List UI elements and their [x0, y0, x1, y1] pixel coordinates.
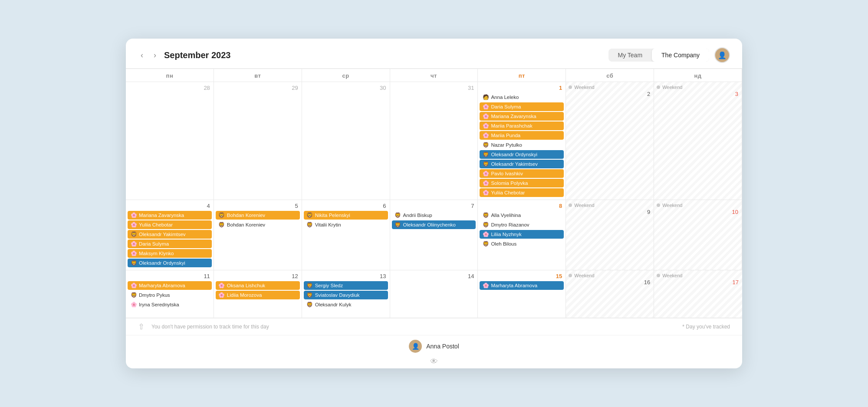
day-cell[interactable]: 31	[390, 82, 478, 200]
day-number: 14	[390, 272, 478, 280]
event-chip[interactable]: 🌸Marharyta Abramova	[128, 281, 212, 290]
day-cell[interactable]: Weekend17	[654, 270, 742, 318]
event-chip[interactable]: 🦁Sviatoslav Davydiuk	[304, 291, 388, 299]
event-avatar-emoji: 🌸	[482, 103, 489, 110]
event-avatar-emoji: 🌸	[218, 282, 225, 289]
event-chip[interactable]: 🌸Daria Sulyma	[128, 240, 212, 248]
event-chip[interactable]: 🌸Oksana Lishchuk	[216, 281, 300, 290]
event-avatar-emoji: 🦁	[482, 212, 489, 219]
day-cell[interactable]: Weekend2	[566, 82, 654, 200]
day-cell[interactable]: 7🦁Andrii Biskup🦁Oleksandr Oliinychenko	[390, 200, 478, 270]
event-chip[interactable]: 🦁Bohdan Koreniev	[216, 211, 300, 220]
col-header-чт: чт	[390, 69, 478, 82]
event-chip[interactable]: 🌸Lidiia Morozova	[216, 291, 300, 299]
event-chip[interactable]: 🦁Bohdan Koreniev	[216, 220, 300, 229]
day-cell[interactable]: 28	[126, 82, 214, 200]
event-chip[interactable]: 🦁Oleksandr Yakimtsev	[128, 230, 212, 239]
event-avatar-emoji: 🌸	[130, 282, 137, 289]
events-list: 🌸Marharyta Abramova🦁Dmytro Pykus🌸Iryna S…	[126, 280, 214, 310]
day-cell[interactable]: Weekend16	[566, 270, 654, 318]
day-number: 3	[654, 90, 742, 98]
event-chip[interactable]: 🦁Oleksandr Kulyk	[304, 300, 388, 309]
events-list: 🌸Oksana Lishchuk🌸Lidiia Morozova	[214, 280, 302, 300]
day-cell[interactable]: 6🦁Nikita Pelenskyi🦁Vitalii Krytin	[302, 200, 390, 270]
event-avatar-emoji: 🌸	[130, 250, 137, 257]
events-list: 🦁Nikita Pelenskyi🦁Vitalii Krytin	[302, 210, 390, 230]
eye-icon: 👁	[430, 357, 438, 366]
event-chip[interactable]: 🌸Yuliia Chebotar	[128, 220, 212, 229]
event-avatar-emoji: 🦁	[218, 212, 225, 219]
day-cell[interactable]: 30	[302, 82, 390, 200]
the-company-button[interactable]: The Company	[652, 49, 709, 62]
event-label: Bohdan Koreniev	[227, 213, 265, 218]
next-month-button[interactable]: ›	[151, 50, 159, 61]
event-label: Oksana Lishchuk	[227, 283, 265, 288]
event-label: Oleksandr Yakimtsev	[139, 232, 186, 237]
event-label: Oleh Bilous	[491, 241, 516, 246]
day-cell[interactable]: Weekend3	[654, 82, 742, 200]
events-list: 🦁Sergiy Sledz🦁Sviatoslav Davydiuk🦁Oleksa…	[302, 280, 390, 310]
event-chip[interactable]: 🦁Oleksandr Ordynskyi	[128, 259, 212, 267]
day-number: 6	[302, 202, 390, 210]
day-cell[interactable]: 14	[390, 270, 478, 318]
event-chip[interactable]: 🦁Alla Vyelihina	[480, 211, 564, 220]
my-team-button[interactable]: My Team	[608, 49, 652, 62]
event-chip[interactable]: 🦁Oleksandr Yakimtsev	[480, 160, 564, 168]
event-chip[interactable]: 🦁Dmytro Riazanov	[480, 220, 564, 229]
prev-month-button[interactable]: ‹	[138, 50, 146, 61]
event-label: Sviatoslav Davydiuk	[315, 292, 360, 298]
event-avatar-emoji: 🦁	[306, 292, 313, 299]
event-chip[interactable]: 🦁Oleksandr Oliinychenko	[392, 220, 476, 229]
day-cell[interactable]: 13🦁Sergiy Sledz🦁Sviatoslav Davydiuk🦁Olek…	[302, 270, 390, 318]
events-list: 🌸Mariana Zavarynska🌸Yuliia Chebotar🦁Olek…	[126, 210, 214, 268]
day-number: 17	[654, 278, 742, 286]
user-avatar[interactable]: 👤	[714, 47, 730, 63]
event-chip[interactable]: 🦁Oleksandr Ordynskyi	[480, 150, 564, 159]
day-cell[interactable]: 12🌸Oksana Lishchuk🌸Lidiia Morozova	[214, 270, 302, 318]
event-avatar-emoji: 🦁	[306, 212, 313, 219]
event-chip[interactable]: 🦁Oleh Bilous	[480, 240, 564, 248]
event-chip[interactable]: 🌸Maksym Klynko	[128, 249, 212, 258]
day-cell[interactable]: 5🦁Bohdan Koreniev🦁Bohdan Koreniev	[214, 200, 302, 270]
event-chip[interactable]: 🌸Mariia Punda	[480, 131, 564, 140]
event-chip[interactable]: 🌸Marharyta Abramova	[480, 281, 564, 290]
day-cell[interactable]: Weekend9	[566, 200, 654, 270]
event-chip[interactable]: 🌸Liliia Nyzhnyk	[480, 230, 564, 239]
event-chip[interactable]: 🦁Andrii Biskup	[392, 211, 476, 220]
user-bar-avatar: 👤	[409, 340, 422, 353]
event-avatar-emoji: 🌸	[482, 231, 489, 238]
event-avatar-emoji: 🌸	[130, 301, 137, 308]
day-number: 31	[390, 84, 478, 92]
event-chip[interactable]: 🌸Mariana Zavarynska	[480, 112, 564, 121]
event-chip[interactable]: 🧑Anna Leleko	[480, 93, 564, 102]
event-chip[interactable]: 🌸Iryna Serednytska	[128, 300, 212, 309]
event-avatar-emoji: 🦁	[482, 141, 489, 148]
event-chip[interactable]: 🦁Sergiy Sledz	[304, 281, 388, 290]
event-chip[interactable]: 🦁Nikita Pelenskyi	[304, 211, 388, 220]
col-header-вт: вт	[214, 69, 302, 82]
day-cell[interactable]: Weekend10	[654, 200, 742, 270]
no-permission-text: You don't have permission to track time …	[151, 324, 269, 330]
event-label: Mariia Punda	[491, 133, 520, 138]
event-chip[interactable]: 🦁Nazar Pytulko	[480, 141, 564, 149]
event-chip[interactable]: 🦁Vitalii Krytin	[304, 220, 388, 229]
day-cell[interactable]: 8🦁Alla Vyelihina🦁Dmytro Riazanov🌸Liliia …	[478, 200, 566, 270]
day-cell[interactable]: 29	[214, 82, 302, 200]
event-chip[interactable]: 🌸Daria Sulyma	[480, 102, 564, 111]
event-chip[interactable]: 🌸Yuliia Chebotar	[480, 188, 564, 197]
event-label: Marharyta Abramova	[139, 283, 185, 288]
event-chip[interactable]: 🌸Solomia Polyvka	[480, 179, 564, 187]
events-list: 🦁Alla Vyelihina🦁Dmytro Riazanov🌸Liliia N…	[478, 210, 566, 249]
event-chip[interactable]: 🌸Mariana Zavarynska	[128, 211, 212, 220]
day-cell[interactable]: 1🧑Anna Leleko🌸Daria Sulyma🌸Mariana Zavar…	[478, 82, 566, 200]
day-cell[interactable]: 15🌸Marharyta Abramova	[478, 270, 566, 318]
event-label: Alla Vyelihina	[491, 213, 521, 218]
view-toggle: My Team The Company	[608, 49, 709, 62]
event-chip[interactable]: 🌸Pavlo Ivashkiv	[480, 169, 564, 178]
weekend-label: Weekend	[654, 202, 742, 208]
day-cell[interactable]: 4🌸Mariana Zavarynska🌸Yuliia Chebotar🦁Ole…	[126, 200, 214, 270]
event-chip[interactable]: 🦁Dmytro Pykus	[128, 291, 212, 299]
day-cell[interactable]: 11🌸Marharyta Abramova🦁Dmytro Pykus🌸Iryna…	[126, 270, 214, 318]
event-label: Vitalii Krytin	[315, 222, 341, 227]
event-chip[interactable]: 🌸Mariia Parashchak	[480, 121, 564, 130]
